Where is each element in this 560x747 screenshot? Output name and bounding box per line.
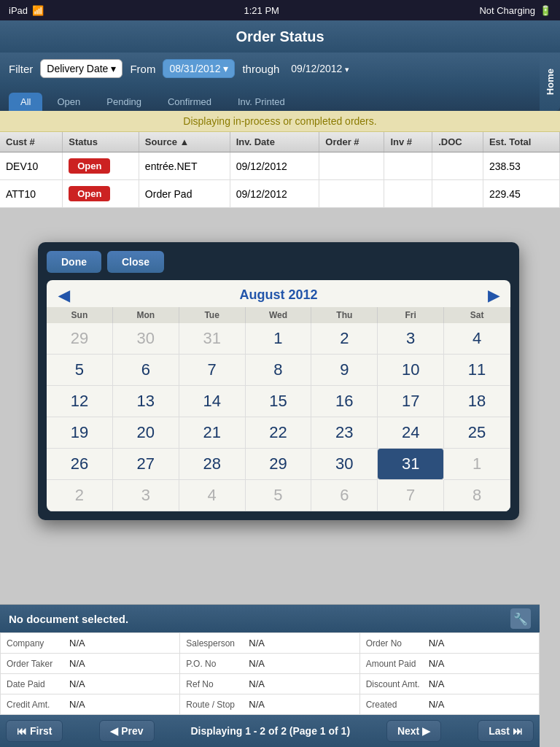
calendar-day-cell[interactable]: 28 <box>179 449 246 480</box>
calendar-day-cell[interactable]: 13 <box>113 386 179 417</box>
calendar-day-cell[interactable]: 25 <box>444 417 510 449</box>
first-button[interactable]: ⏮ First <box>6 720 63 742</box>
value-date-paid: N/A <box>69 678 85 689</box>
label-salesperson: Salesperson <box>186 638 244 649</box>
detail-salesperson: Salesperson N/A <box>180 633 359 654</box>
home-tab[interactable]: Home <box>540 53 560 111</box>
calendar-day-cell[interactable]: 15 <box>246 386 312 417</box>
value-credit-amt: N/A <box>69 699 85 710</box>
from-date-value: 08/31/2012 <box>169 63 220 74</box>
tab-inv-printed[interactable]: Inv. Printed <box>226 93 297 111</box>
cell-cust-num: DEV10 <box>0 152 63 180</box>
col-inv-num: Inv # <box>384 132 432 152</box>
order-table: Cust # Status Source ▲ Inv. Date Order #… <box>0 132 560 208</box>
calendar-day-cell[interactable]: 27 <box>113 449 179 480</box>
calendar-day-cell[interactable]: 6 <box>311 480 378 511</box>
calendar-day-cell[interactable]: 30 <box>311 449 378 480</box>
calendar-done-button[interactable]: Done <box>47 251 101 273</box>
calendar-day-cell[interactable]: 14 <box>179 386 246 417</box>
calendar-day-cell[interactable]: 3 <box>113 480 179 511</box>
calendar-day-cell[interactable]: 5 <box>246 480 312 511</box>
calendar-day-cell[interactable]: 24 <box>378 417 444 449</box>
calendar-day-cell[interactable]: 17 <box>378 386 444 417</box>
calendar-day-cell[interactable]: 8 <box>246 355 312 386</box>
calendar-day-cell[interactable]: 7 <box>378 480 444 511</box>
table-header-row: Cust # Status Source ▲ Inv. Date Order #… <box>0 132 560 152</box>
calendar-day-cell[interactable]: 30 <box>113 323 179 355</box>
tab-all[interactable]: All <box>9 93 42 111</box>
pagination-bar: ⏮ First ◀ Prev Displaying 1 - 2 of 2 (Pa… <box>0 715 540 747</box>
cell-doc <box>432 180 483 208</box>
filter-label: Filter <box>9 63 33 75</box>
calendar-day-cell[interactable]: 19 <box>47 417 113 449</box>
calendar-day-cell[interactable]: 4 <box>444 323 510 355</box>
calendar-day-cell[interactable]: 11 <box>444 355 510 386</box>
tab-confirmed[interactable]: Confirmed <box>156 93 223 111</box>
first-icon: ⏮ <box>17 725 27 737</box>
cell-source: entrée.NET <box>139 152 230 180</box>
last-label: Last <box>489 725 510 737</box>
tab-pending[interactable]: Pending <box>95 93 153 111</box>
calendar-day-cell[interactable]: 2 <box>311 323 378 355</box>
tool-icon-button[interactable]: 🔧 <box>510 608 531 629</box>
cell-status: Open <box>63 152 139 180</box>
calendar-month-title: August 2012 <box>239 287 317 303</box>
calendar-prev-button[interactable]: ◀ <box>47 287 81 304</box>
from-label: From <box>130 63 155 75</box>
calendar-day-cell[interactable]: 29 <box>47 323 113 355</box>
cell-inv-date: 09/12/2012 <box>230 180 319 208</box>
calendar-day-cell[interactable]: 3 <box>378 323 444 355</box>
calendar-day-cell[interactable]: 7 <box>179 355 246 386</box>
calendar-day-cell[interactable]: 9 <box>311 355 378 386</box>
calendar-day-cell[interactable]: 21 <box>179 417 246 449</box>
prev-button[interactable]: ◀ Prev <box>99 720 154 742</box>
from-date-select[interactable]: 08/31/2012 ▾ <box>163 59 235 78</box>
label-credit-amt: Credit Amt. <box>7 700 65 710</box>
calendar-day-cell[interactable]: 29 <box>246 449 312 480</box>
calendar-day-cell[interactable]: 20 <box>113 417 179 449</box>
tab-open[interactable]: Open <box>45 93 92 111</box>
col-doc: .DOC <box>432 132 483 152</box>
through-date-value: 09/12/2012 <box>291 63 342 74</box>
calendar-day-cell[interactable]: 4 <box>179 480 246 511</box>
calendar-day-cell[interactable]: 1 <box>246 323 312 355</box>
detail-created: Created N/A <box>360 694 540 715</box>
calendar-day-cell[interactable]: 5 <box>47 355 113 386</box>
label-created: Created <box>366 700 424 710</box>
calendar-day-cell[interactable]: 16 <box>311 386 378 417</box>
next-button[interactable]: Next ▶ <box>386 720 441 742</box>
col-inv-date: Inv. Date <box>230 132 319 152</box>
calendar-day-cell[interactable]: 10 <box>378 355 444 386</box>
filter-type-select[interactable]: Delivery Date ▾ <box>40 59 122 78</box>
calendar-day-cell[interactable]: 23 <box>311 417 378 449</box>
calendar-day-cell[interactable]: 2 <box>47 480 113 511</box>
calendar-day-cell[interactable]: 6 <box>113 355 179 386</box>
calendar-day-cell[interactable]: 18 <box>444 386 510 417</box>
calendar-day-cell[interactable]: 26 <box>47 449 113 480</box>
calendar-day-cell[interactable]: 12 <box>47 386 113 417</box>
calendar-day-cell[interactable]: 31 <box>378 449 444 480</box>
calendar-close-button[interactable]: Close <box>107 251 164 273</box>
cell-inv-num <box>384 180 432 208</box>
table-row[interactable]: DEV10 Open entrée.NET 09/12/2012 238.53 <box>0 152 560 180</box>
day-fri: Fri <box>378 307 444 323</box>
calendar-next-button[interactable]: ▶ <box>476 287 510 304</box>
calendar-grid: 2930311234567891011121314151617181920212… <box>47 323 510 511</box>
day-mon: Mon <box>113 307 179 323</box>
detail-route-stop: Route / Stop N/A <box>180 694 359 715</box>
calendar-day-cell[interactable]: 22 <box>246 417 312 449</box>
calendar-day-cell[interactable]: 1 <box>444 449 510 480</box>
last-button[interactable]: Last ⏭ <box>478 720 534 742</box>
title-bar: Order Status <box>0 20 560 53</box>
calendar-day-cell[interactable]: 8 <box>444 480 510 511</box>
through-date-display[interactable]: 09/12/2012 ▾ <box>287 60 354 77</box>
label-date-paid: Date Paid <box>7 679 65 689</box>
label-company: Company <box>7 638 65 649</box>
bottom-panel: No document selected. 🔧 Company N/A Sale… <box>0 604 540 715</box>
value-ref-no: N/A <box>249 678 265 689</box>
table-row[interactable]: ATT10 Open Order Pad 09/12/2012 229.45 <box>0 180 560 208</box>
cell-est-total: 229.45 <box>483 180 559 208</box>
time-display: 1:21 PM <box>244 5 279 16</box>
label-discount-amt: Discount Amt. <box>366 679 424 689</box>
calendar-day-cell[interactable]: 31 <box>179 323 246 355</box>
